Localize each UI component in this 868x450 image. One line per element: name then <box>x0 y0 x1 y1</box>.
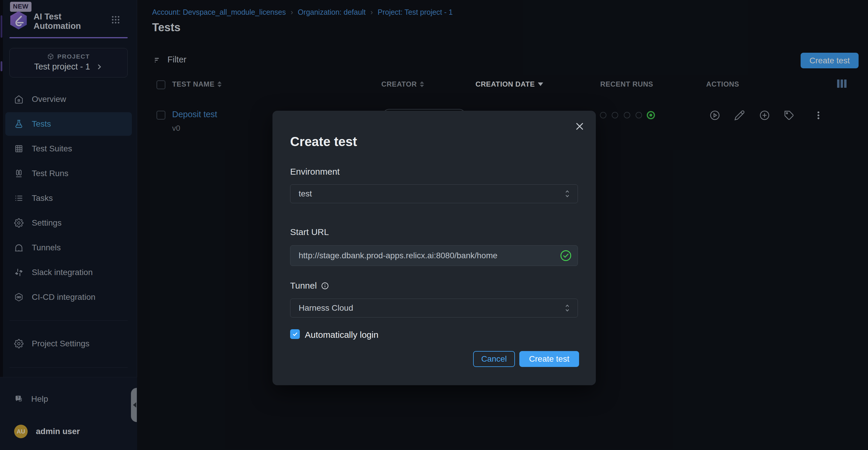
check-icon <box>292 331 298 337</box>
url-valid-check-icon <box>560 250 572 261</box>
close-icon[interactable] <box>575 121 585 131</box>
environment-select[interactable]: test <box>290 185 578 203</box>
tunnel-label: Tunnel <box>290 281 329 291</box>
create-test-modal: Create test Environment test Start URL h… <box>273 111 596 385</box>
chevron-updown-icon <box>563 189 571 199</box>
modal-create-test-button[interactable]: Create test <box>519 351 579 367</box>
info-icon[interactable] <box>321 282 329 290</box>
auto-login-checkbox[interactable] <box>290 329 300 339</box>
chevron-updown-icon <box>563 303 571 313</box>
start-url-label: Start URL <box>290 227 329 237</box>
cancel-button[interactable]: Cancel <box>473 351 515 367</box>
environment-label: Environment <box>290 167 340 177</box>
tunnel-select[interactable]: Harness Cloud <box>290 299 578 317</box>
auto-login-label: Automatically login <box>305 330 378 340</box>
start-url-input[interactable]: http://stage.dbank.prod-apps.relicx.ai:8… <box>290 245 578 266</box>
modal-title: Create test <box>290 134 357 149</box>
